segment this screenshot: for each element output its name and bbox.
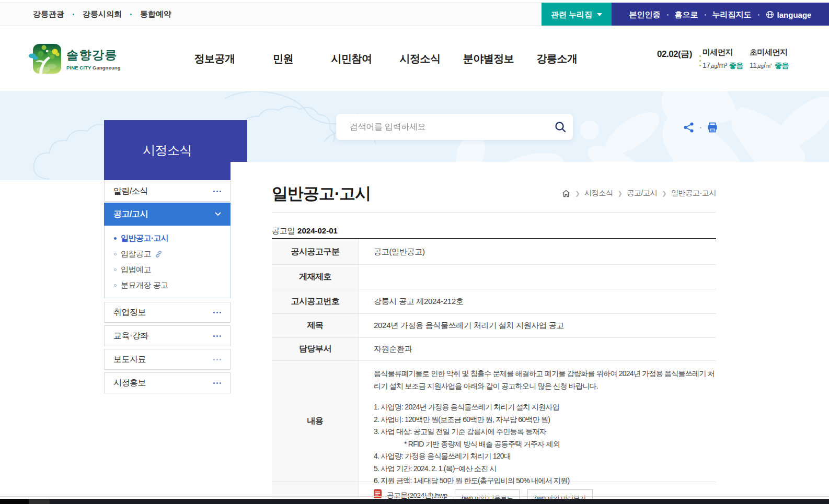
- sidebar-item-news[interactable]: 알림/소식: [104, 181, 231, 202]
- breadcrumb-city-news[interactable]: 시정소식: [584, 189, 613, 198]
- row-value: 2024년 가정용 음식물쓰레기 처리기 설치 지원사업 공고: [359, 314, 716, 337]
- fine-dust-widget: 미세먼지 17㎍/m³좋음: [703, 48, 743, 71]
- blank-line: [374, 392, 716, 401]
- row-value: 공고(일반공고): [359, 239, 716, 264]
- table-row: 공시공고구분 공고(일반공고): [272, 239, 716, 265]
- notice-line: 4. 사업량: 가정용 음식물쓰레기 처리기 120대: [374, 450, 716, 463]
- sitemap-link[interactable]: 누리집지도: [712, 10, 752, 20]
- sidebar-item-jobs[interactable]: 취업정보: [104, 302, 231, 323]
- search-icon: [554, 121, 567, 133]
- dot: [216, 335, 218, 337]
- sidebar-item-label: 공고/고시: [113, 209, 148, 220]
- notice-table: 공시공고구분 공고(일반공고) 게재제호 고시공고번호 강릉시 공고 제2024…: [272, 238, 716, 504]
- dot: [213, 359, 215, 360]
- sidebar-item-press[interactable]: 보도자료: [104, 349, 231, 370]
- logo-title: 솔향강릉: [66, 45, 121, 65]
- nav-city-news[interactable]: 시정소식: [386, 52, 454, 66]
- breadcrumb-general-notices[interactable]: 일반공고·고시: [671, 189, 716, 198]
- sidebar-submenu: 일반공고·고시 입찰공고 입법예고 분묘개장 공고: [104, 226, 231, 298]
- row-label: 공시공고구분: [272, 239, 359, 264]
- bullet-icon: [114, 284, 117, 287]
- table-row: 담당부서 자원순환과: [272, 338, 716, 361]
- sidebar-item-promotion[interactable]: 시정홍보: [104, 372, 231, 393]
- dot: [213, 312, 215, 313]
- bullet-icon: [114, 237, 117, 240]
- today-date: 02.02(금): [657, 48, 692, 60]
- notice-line: 5. 사업 기간: 2024. 2. 1.(목)~예산 소진 시: [374, 463, 716, 475]
- utility-link-reservation[interactable]: 통합예약: [140, 9, 171, 19]
- notice-line: * RFID 기반 종량제 방식 배출 공동주택 거주자 제외: [374, 438, 716, 451]
- sidebar-item-label: 시정홍보: [113, 378, 146, 389]
- logo-text: 솔향강릉 PINE CITY Gangneung: [66, 43, 121, 75]
- utility-link-council[interactable]: 강릉시의회: [83, 9, 122, 19]
- home-link[interactable]: 홈으로: [675, 10, 698, 20]
- submenu-bid-notices[interactable]: 입찰공고: [114, 246, 230, 262]
- share-button[interactable]: [682, 121, 696, 134]
- dot: [216, 359, 218, 360]
- site-logo[interactable]: 솔향강릉 PINE CITY Gangneung: [33, 43, 121, 75]
- print-button[interactable]: [706, 121, 719, 134]
- ultrafine-dust-label: 초미세먼지: [750, 48, 789, 57]
- submenu-label: 분묘개장 공고: [121, 280, 168, 290]
- content-panel-corner: [231, 162, 829, 180]
- logo-subtitle: PINE CITY Gangneung: [66, 65, 121, 71]
- breadcrumb: ❯ 시정소식 ❯ 공고/고시 ❯ 일반공고·고시: [366, 189, 716, 198]
- search-button[interactable]: [548, 114, 573, 140]
- page-title: 일반공고·고시: [272, 183, 371, 205]
- sidebar-item-label: 취업정보: [113, 307, 146, 318]
- logo-subtitle-gangneung: Gangneung: [93, 65, 121, 71]
- sidebar-item-education[interactable]: 교육·강좌: [104, 325, 231, 346]
- member-bar: 본인인증 홈으로 누리집지도 language: [612, 3, 829, 27]
- chevron-down-icon: [215, 212, 221, 216]
- dot: [220, 382, 221, 384]
- footer-bar: [0, 499, 829, 504]
- dot-separator: [73, 14, 74, 15]
- dot: [220, 312, 221, 313]
- submenu-general-notices[interactable]: 일반공고·고시: [114, 230, 230, 246]
- nav-citizen-participation[interactable]: 시민참여: [317, 52, 386, 66]
- dot: [213, 382, 215, 384]
- utility-bar: 강릉관광 강릉시의회 통합예약 관련 누리집 본인인증 홈으로 누리집지도 la…: [0, 3, 829, 26]
- dot: [699, 60, 701, 62]
- related-sites-button[interactable]: 관련 누리집: [542, 3, 612, 27]
- notice-line: 1. 사업명: 2024년 가정용 음식물쓰레기 처리기 설치 지원사업: [374, 401, 716, 414]
- notice-paragraph: 음식물류폐기물로 인한 악취 및 침출수 문제를 해결하고 폐기물 감량화를 위…: [374, 368, 716, 392]
- language-label: language: [777, 10, 812, 19]
- dot-separator: [758, 14, 759, 16]
- nav-sector-info[interactable]: 분야별정보: [454, 52, 523, 66]
- header: 솔향강릉 PINE CITY Gangneung 정보공개 민원 시민참여 시정…: [0, 26, 829, 91]
- submenu-legislation-notices[interactable]: 입법예고: [114, 262, 230, 277]
- nav-about-gangneung[interactable]: 강릉소개: [523, 52, 591, 66]
- nav-civil-service[interactable]: 민원: [249, 52, 317, 66]
- utility-link-tourism[interactable]: 강릉관광: [33, 9, 64, 19]
- globe-icon: [766, 10, 774, 19]
- print-icon: [707, 122, 718, 133]
- breadcrumb-separator: ❯: [662, 190, 666, 197]
- ellipsis-icon: [213, 359, 221, 360]
- language-button[interactable]: language: [766, 10, 812, 19]
- logo-subtitle-pine-city: PINE CITY: [66, 65, 91, 71]
- submenu-label: 입찰공고: [121, 249, 151, 259]
- sidebar-item-label: 교육·강좌: [113, 331, 148, 342]
- fine-dust-status: 좋음: [729, 61, 743, 69]
- notice-date: 공고일2024-02-01: [272, 226, 338, 236]
- submenu-grave-relocation[interactable]: 분묘개장 공고: [114, 277, 230, 293]
- breadcrumb-notices[interactable]: 공고/고시: [627, 189, 657, 198]
- submenu-label: 입법예고: [121, 265, 151, 275]
- hwp-file-icon: [374, 489, 382, 498]
- home-icon[interactable]: [562, 190, 570, 197]
- identity-verify-link[interactable]: 본인인증: [629, 10, 661, 20]
- bullet-icon: [114, 253, 117, 255]
- sidebar-item-notices[interactable]: 공고/고시: [104, 203, 231, 226]
- fine-dust-reading: 17㎍/m³: [703, 61, 727, 69]
- row-label: 제목: [272, 314, 359, 337]
- row-value: 강릉시 공고 제2024-212호: [359, 289, 716, 313]
- row-value: [359, 265, 716, 289]
- footer-segment: [0, 499, 29, 504]
- ultrafine-dust-status: 좋음: [775, 61, 789, 69]
- nav-info-disclosure[interactable]: 정보공개: [180, 52, 249, 66]
- fine-dust-label: 미세먼지: [703, 48, 743, 57]
- search-bar: [336, 114, 573, 140]
- search-input[interactable]: [336, 122, 548, 132]
- fine-dust-value: 17㎍/m³좋음: [703, 61, 743, 71]
